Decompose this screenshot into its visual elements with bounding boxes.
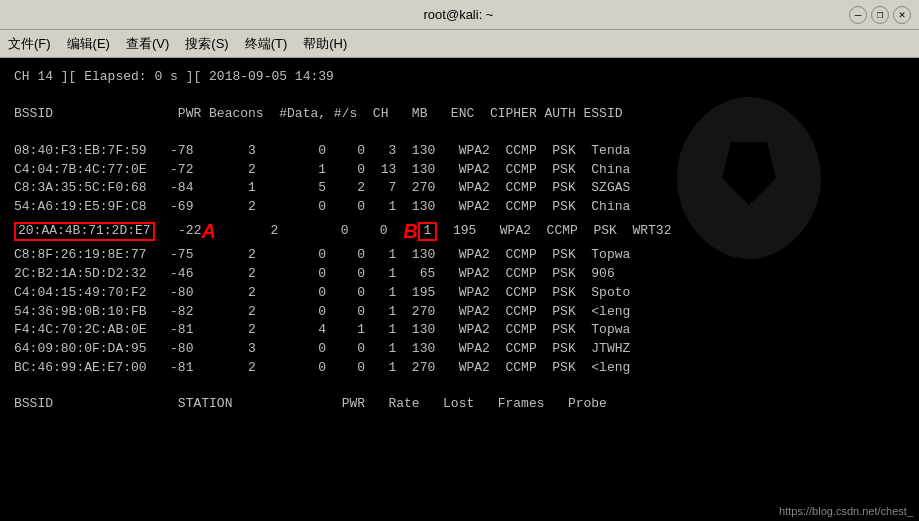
label-B: B	[403, 217, 417, 246]
bottom-header: BSSID STATION PWR Rate Lost Frames Probe	[14, 396, 905, 411]
label-A: A	[201, 217, 215, 246]
maximize-button[interactable]: ❐	[871, 6, 889, 24]
table-row: 64:09:80:0F:DA:95 -80 3 0 0 1 130 WPA2 C…	[14, 340, 905, 359]
watermark: https://blog.csdn.net/chest_	[779, 505, 913, 517]
menubar-item[interactable]: 文件(F)	[8, 35, 51, 53]
menubar: 文件(F)编辑(E)查看(V)搜索(S)终端(T)帮助(H)	[0, 30, 919, 58]
table-row: BC:46:99:AE:E7:00 -81 2 0 0 1 270 WPA2 C…	[14, 359, 905, 378]
titlebar-buttons: — ❐ ✕	[849, 6, 911, 24]
titlebar-title: root@kali: ~	[68, 7, 849, 22]
menubar-item[interactable]: 终端(T)	[245, 35, 288, 53]
menubar-item[interactable]: 搜索(S)	[185, 35, 228, 53]
terminal: CH 14 ][ Elapsed: 0 s ][ 2018-09-05 14:3…	[0, 58, 919, 521]
status-line: CH 14 ][ Elapsed: 0 s ][ 2018-09-05 14:3…	[14, 68, 905, 87]
row-middle: 2 0 0	[216, 222, 403, 241]
table-row: 54:36:9B:0B:10:FB -82 2 0 0 1 270 WPA2 C…	[14, 303, 905, 322]
menubar-item[interactable]: 查看(V)	[126, 35, 169, 53]
minimize-button[interactable]: —	[849, 6, 867, 24]
titlebar: root@kali: ~ — ❐ ✕	[0, 0, 919, 30]
ch-highlight: 1	[418, 222, 438, 240]
menubar-item[interactable]: 帮助(H)	[303, 35, 347, 53]
bssid-highlight: 20:AA:4B:71:2D:E7	[14, 222, 155, 240]
table-row: F4:4C:70:2C:AB:0E -81 2 4 1 1 130 WPA2 C…	[14, 321, 905, 340]
menubar-item[interactable]: 编辑(E)	[67, 35, 110, 53]
table-row: C4:04:15:49:70:F2 -80 2 0 0 1 195 WPA2 C…	[14, 284, 905, 303]
close-button[interactable]: ✕	[893, 6, 911, 24]
pwr-value: -22	[155, 222, 202, 241]
row-end: 195 WPA2 CCMP PSK WRT32	[437, 222, 671, 241]
